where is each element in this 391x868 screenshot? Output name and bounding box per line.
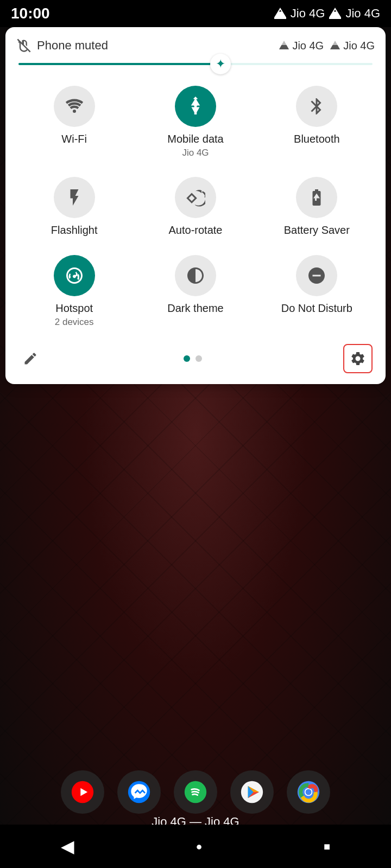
wifi-icon <box>54 86 95 127</box>
qs-tiles-grid: Wi-Fi Mobile data Jio 4G Bluetooth <box>16 78 375 333</box>
signal-icon-1 <box>274 8 286 20</box>
qs-signal-label-2: Jio 4G <box>343 40 375 52</box>
chrome-icon <box>297 780 320 804</box>
page-dot-2 <box>195 355 202 362</box>
auto-rotate-icon <box>175 177 216 218</box>
brightness-track: ✦ <box>18 63 373 65</box>
hotspot-sublabel: 2 devices <box>55 317 94 328</box>
signal-label-2: Jio 4G <box>345 7 380 21</box>
tile-dark-theme[interactable]: Dark theme <box>137 247 253 333</box>
qs-signal-icon-2 <box>329 40 341 52</box>
auto-rotate-label: Auto-rotate <box>169 224 223 237</box>
messenger-icon <box>127 780 151 804</box>
phone-muted-indicator: Phone muted <box>16 38 108 53</box>
bluetooth-label: Bluetooth <box>294 132 340 145</box>
dock-youtube[interactable] <box>61 770 104 814</box>
qs-footer <box>16 339 375 375</box>
tile-hotspot[interactable]: Hotspot 2 devices <box>16 247 132 333</box>
bluetooth-icon <box>296 86 337 127</box>
tile-wifi[interactable]: Wi-Fi <box>16 78 132 164</box>
dark-theme-label: Dark theme <box>167 302 223 315</box>
battery-saver-label: Battery Saver <box>284 224 350 237</box>
brightness-slider[interactable]: ✦ <box>16 63 375 65</box>
back-button[interactable]: ◀ <box>55 831 80 862</box>
page-dot-1 <box>184 355 190 362</box>
status-bar: 10:00 Jio 4G Jio 4G <box>0 0 391 27</box>
qs-signal-2: Jio 4G <box>329 40 375 52</box>
signal-label-1: Jio 4G <box>291 7 325 21</box>
tile-dnd[interactable]: Do Not Disturb <box>259 247 375 333</box>
dock-spotify[interactable] <box>174 770 217 814</box>
qs-signal-row: Jio 4G Jio 4G <box>278 40 375 52</box>
mute-icon <box>16 38 31 53</box>
mobile-data-label: Mobile data <box>167 132 223 145</box>
battery-saver-icon <box>296 177 337 218</box>
tile-bluetooth[interactable]: Bluetooth <box>259 78 375 164</box>
hotspot-icon <box>54 255 95 296</box>
brightness-fill <box>18 63 220 65</box>
dnd-icon <box>296 255 337 296</box>
tile-auto-rotate[interactable]: Auto-rotate <box>137 169 253 242</box>
hotspot-label: Hotspot <box>55 302 93 315</box>
mobile-data-sublabel: Jio 4G <box>182 148 209 158</box>
brightness-sun-icon: ✦ <box>216 57 225 71</box>
flashlight-label: Flashlight <box>51 224 98 237</box>
status-time: 10:00 <box>11 5 50 22</box>
wifi-label: Wi-Fi <box>61 132 87 145</box>
navigation-bar: ◀ ● ■ <box>0 825 391 868</box>
qs-signal-label-1: Jio 4G <box>292 40 324 52</box>
recents-button[interactable]: ■ <box>318 835 336 858</box>
tile-flashlight[interactable]: Flashlight <box>16 169 132 242</box>
dock <box>0 770 391 814</box>
dock-play-store[interactable] <box>230 770 274 814</box>
dnd-label: Do Not Disturb <box>281 302 352 315</box>
tile-battery-saver[interactable]: Battery Saver <box>259 169 375 242</box>
dock-messenger[interactable] <box>117 770 161 814</box>
quick-settings-panel: Phone muted Jio 4G Jio 4G <box>5 27 386 384</box>
dock-chrome[interactable] <box>287 770 330 814</box>
youtube-icon <box>71 780 94 804</box>
flashlight-icon <box>54 177 95 218</box>
muted-label: Phone muted <box>37 39 108 53</box>
home-button[interactable]: ● <box>190 835 207 858</box>
spotify-icon <box>184 780 207 804</box>
page-dots <box>184 355 202 362</box>
settings-icon <box>350 350 366 367</box>
status-icons: Jio 4G Jio 4G <box>274 7 380 21</box>
svg-marker-1 <box>274 9 286 18</box>
brightness-thumb: ✦ <box>210 54 231 74</box>
qs-signal-icon-1 <box>278 40 290 52</box>
signal-icon-2 <box>329 8 341 20</box>
dark-theme-icon <box>175 255 216 296</box>
qs-signal-1: Jio 4G <box>278 40 324 52</box>
settings-button[interactable] <box>343 344 373 373</box>
qs-topbar: Phone muted Jio 4G Jio 4G <box>16 38 375 53</box>
mobile-data-icon <box>175 86 216 127</box>
edit-icon <box>23 351 38 366</box>
play-store-icon <box>240 780 264 804</box>
svg-point-20 <box>306 789 312 795</box>
edit-button[interactable] <box>18 349 42 368</box>
tile-mobile-data[interactable]: Mobile data Jio 4G <box>137 78 253 164</box>
svg-marker-3 <box>329 9 341 18</box>
